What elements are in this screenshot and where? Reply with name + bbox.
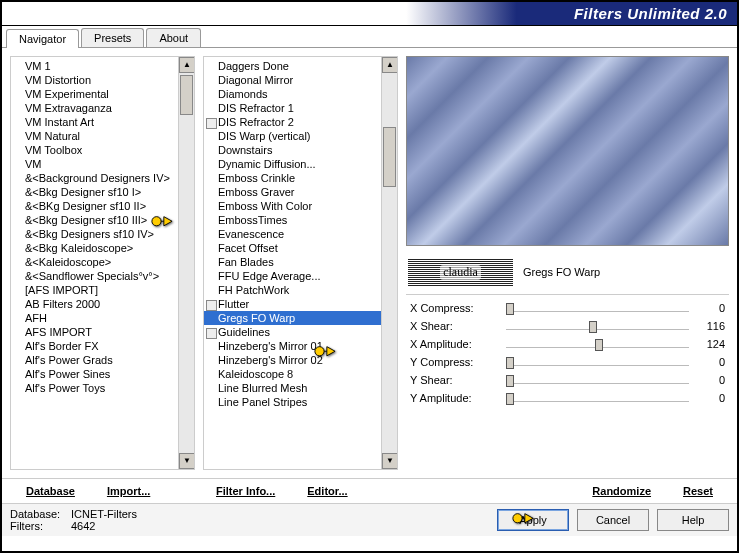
category-item[interactable]: VM — [11, 157, 178, 171]
category-item[interactable]: &<Sandflower Specials°v°> — [11, 269, 178, 283]
reset-link[interactable]: Reset — [679, 483, 717, 499]
category-item[interactable]: AB Filters 2000 — [11, 297, 178, 311]
scroll-thumb[interactable] — [180, 75, 193, 115]
category-item[interactable]: Alf's Power Sines — [11, 367, 178, 381]
param-slider[interactable] — [506, 319, 689, 333]
category-item[interactable]: Alf's Power Grads — [11, 353, 178, 367]
database-link[interactable]: Database — [22, 483, 79, 499]
category-item[interactable]: &<Bkg Designer sf10 III> — [11, 213, 178, 227]
filter-item[interactable]: Emboss With Color — [204, 199, 381, 213]
filter-item[interactable]: Evanescence — [204, 227, 381, 241]
category-item[interactable]: AFS IMPORT — [11, 325, 178, 339]
category-item[interactable]: Alf's Power Toys — [11, 381, 178, 395]
category-item[interactable]: VM Extravaganza — [11, 101, 178, 115]
scroll-up-icon[interactable]: ▲ — [382, 57, 397, 73]
slider-thumb[interactable] — [506, 303, 514, 315]
scroll-down-icon[interactable]: ▼ — [382, 453, 397, 469]
scroll-down-icon[interactable]: ▼ — [179, 453, 194, 469]
category-item[interactable]: VM 1 — [11, 59, 178, 73]
filter-item[interactable]: Guidelines — [204, 325, 381, 339]
param-value: 116 — [695, 320, 725, 332]
category-item[interactable]: VM Natural — [11, 129, 178, 143]
filter-item[interactable]: Diagonal Mirror — [204, 73, 381, 87]
filter-info-link[interactable]: Filter Info... — [212, 483, 279, 499]
tab-about[interactable]: About — [146, 28, 201, 47]
category-item[interactable]: [AFS IMPORT] — [11, 283, 178, 297]
param-row: X Shear:116 — [406, 317, 729, 335]
filters-count-value: 4642 — [71, 520, 95, 532]
category-item[interactable]: &<Bkg Kaleidoscope> — [11, 241, 178, 255]
filter-item[interactable]: Diamonds — [204, 87, 381, 101]
filter-item[interactable]: FFU Edge Average... — [204, 269, 381, 283]
preview-column: claudia Gregs FO Warp X Compress:0X Shea… — [406, 56, 729, 470]
param-row: Y Compress:0 — [406, 353, 729, 371]
category-item[interactable]: AFH — [11, 311, 178, 325]
apply-button[interactable]: Apply — [497, 509, 569, 531]
param-row: X Amplitude:124 — [406, 335, 729, 353]
filter-column: Daggers DoneDiagonal MirrorDiamondsDIS R… — [203, 56, 398, 470]
param-slider[interactable] — [506, 373, 689, 387]
param-value: 0 — [695, 392, 725, 404]
filter-item[interactable]: Downstairs — [204, 143, 381, 157]
category-item[interactable]: VM Toolbox — [11, 143, 178, 157]
parameter-panel: X Compress:0X Shear:116X Amplitude:124Y … — [406, 294, 729, 407]
status-bar: Database: ICNET-Filters Filters: 4642 Ap… — [2, 503, 737, 536]
param-slider[interactable] — [506, 391, 689, 405]
filter-item[interactable]: EmbossTimes — [204, 213, 381, 227]
editor-link[interactable]: Editor... — [303, 483, 351, 499]
param-slider[interactable] — [506, 355, 689, 369]
category-scrollbar[interactable]: ▲ ▼ — [178, 57, 194, 469]
title-bar: Filters Unlimited 2.0 — [2, 2, 737, 26]
filter-item[interactable]: DIS Warp (vertical) — [204, 129, 381, 143]
filter-list[interactable]: Daggers DoneDiagonal MirrorDiamondsDIS R… — [204, 57, 381, 469]
filter-item[interactable]: Flutter — [204, 297, 381, 311]
scroll-up-icon[interactable]: ▲ — [179, 57, 194, 73]
category-item[interactable]: VM Distortion — [11, 73, 178, 87]
author-logo: claudia — [408, 258, 513, 286]
category-list[interactable]: VM 1VM DistortionVM ExperimentalVM Extra… — [11, 57, 178, 469]
slider-thumb[interactable] — [506, 393, 514, 405]
tab-presets[interactable]: Presets — [81, 28, 144, 47]
filter-item[interactable]: Kaleidoscope 8 — [204, 367, 381, 381]
category-item[interactable]: &<Kaleidoscope> — [11, 255, 178, 269]
category-item[interactable]: VM Experimental — [11, 87, 178, 101]
filter-scrollbar[interactable]: ▲ ▼ — [381, 57, 397, 469]
param-row: X Compress:0 — [406, 299, 729, 317]
tab-navigator[interactable]: Navigator — [6, 29, 79, 48]
filter-item[interactable]: Line Panel Stripes — [204, 395, 381, 409]
tab-strip: Navigator Presets About — [2, 26, 737, 48]
category-item[interactable]: Alf's Border FX — [11, 339, 178, 353]
filter-item[interactable]: Hinzeberg's Mirror 02 — [204, 353, 381, 367]
slider-thumb[interactable] — [506, 357, 514, 369]
scroll-thumb[interactable] — [383, 127, 396, 187]
filter-item[interactable]: Dynamic Diffusion... — [204, 157, 381, 171]
help-button[interactable]: Help — [657, 509, 729, 531]
cancel-button[interactable]: Cancel — [577, 509, 649, 531]
category-item[interactable]: &<Background Designers IV> — [11, 171, 178, 185]
filter-item[interactable]: Daggers Done — [204, 59, 381, 73]
param-label: X Shear: — [410, 320, 500, 332]
filter-item[interactable]: Hinzeberg's Mirror 01 — [204, 339, 381, 353]
category-item[interactable]: &<Bkg Designers sf10 IV> — [11, 227, 178, 241]
filter-item[interactable]: Emboss Crinkle — [204, 171, 381, 185]
filter-item[interactable]: DIS Refractor 2 — [204, 115, 381, 129]
category-item[interactable]: &<BKg Designer sf10 II> — [11, 199, 178, 213]
filter-item[interactable]: Line Blurred Mesh — [204, 381, 381, 395]
param-row: Y Shear:0 — [406, 371, 729, 389]
category-item[interactable]: &<Bkg Designer sf10 I> — [11, 185, 178, 199]
param-slider[interactable] — [506, 337, 689, 351]
filter-item[interactable]: Emboss Graver — [204, 185, 381, 199]
filter-item[interactable]: DIS Refractor 1 — [204, 101, 381, 115]
filters-count-label: Filters: — [10, 520, 65, 532]
import-link[interactable]: Import... — [103, 483, 154, 499]
filter-item[interactable]: Gregs FO Warp — [204, 311, 381, 325]
randomize-link[interactable]: Randomize — [588, 483, 655, 499]
slider-thumb[interactable] — [595, 339, 603, 351]
category-item[interactable]: VM Instant Art — [11, 115, 178, 129]
filter-item[interactable]: FH PatchWork — [204, 283, 381, 297]
slider-thumb[interactable] — [506, 375, 514, 387]
slider-thumb[interactable] — [589, 321, 597, 333]
filter-item[interactable]: Fan Blades — [204, 255, 381, 269]
filter-item[interactable]: Facet Offset — [204, 241, 381, 255]
param-slider[interactable] — [506, 301, 689, 315]
